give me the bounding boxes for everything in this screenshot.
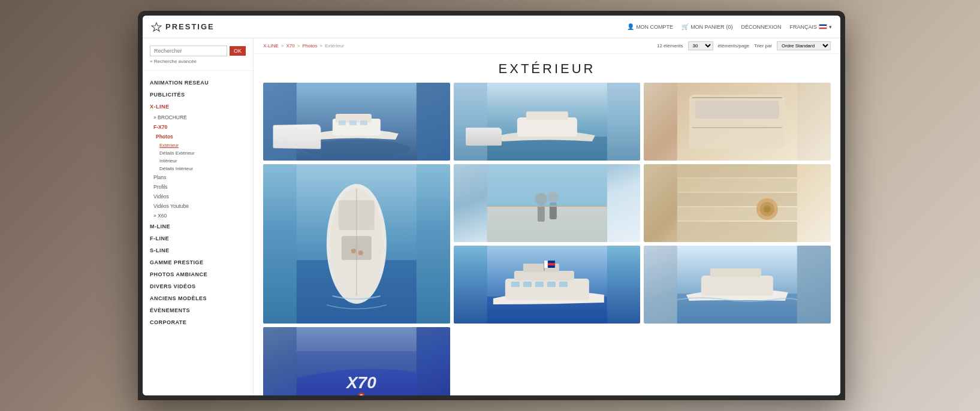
sidebar-item-label: S-LINE: [150, 247, 170, 253]
sidebar-sub-x60[interactable]: » X60: [143, 211, 253, 220]
sidebar-sub-profils[interactable]: Profils: [143, 182, 253, 192]
sidebar-item-xline[interactable]: X-LINE: [143, 101, 253, 113]
breadcrumb-sep3: >: [319, 43, 322, 49]
nav-deconnexion[interactable]: DÉCONNEXION: [741, 24, 781, 30]
per-page-select[interactable]: 30 50 100: [688, 41, 713, 50]
sidebar-item-fline[interactable]: F-LINE: [143, 232, 253, 244]
sidebar-sub-brochure[interactable]: » BROCHURE: [143, 113, 253, 122]
sidebar-sub-label: Vidéos: [153, 194, 169, 200]
sidebar-sub-label: Vidéos Youtube: [153, 203, 189, 209]
sidebar-item-anciens-modeles[interactable]: ANCIENS MODÈLES: [143, 292, 253, 304]
nav-account[interactable]: 👤 MON COMPTE: [627, 23, 673, 30]
svg-rect-36: [677, 179, 797, 192]
sidebar-sub-interieur[interactable]: Intérieur: [143, 157, 253, 165]
sidebar-item-photos-ambiance[interactable]: PHOTOS AMBIANCE: [143, 268, 253, 280]
svg-rect-56: [544, 261, 547, 268]
sidebar-item-label: PUBLICITÉS: [150, 92, 185, 98]
pagination-bar: 12 éléments 30 50 100 éléments/page Trie…: [657, 41, 831, 50]
top-nav: 👤 MON COMPTE 🛒 MON PANIER (0) DÉCONNEXIO…: [627, 23, 832, 30]
element-count: 12 éléments: [657, 43, 683, 49]
prestige-logo-icon: [151, 22, 162, 32]
svg-rect-49: [523, 282, 531, 287]
sidebar-item-evenements[interactable]: ÉVÈNEMENTS: [143, 304, 253, 316]
breadcrumb-x70[interactable]: X70: [286, 43, 294, 49]
panier-label: MON PANIER: [690, 24, 724, 30]
sidebar-sub-label: Détails Extérieur: [159, 150, 195, 156]
sidebar-sub-videos-youtube[interactable]: Vidéos Youtube: [143, 201, 253, 211]
photo-cell-3[interactable]: [644, 83, 831, 161]
sidebar-sub-exterieur[interactable]: Extérieur: [143, 141, 253, 149]
top-bar: PRESTIGE 👤 MON COMPTE 🛒 MON PANIER (0) D…: [143, 16, 840, 38]
flag-icon: [819, 24, 827, 29]
svg-rect-60: [710, 268, 761, 277]
photo-cell-2[interactable]: [454, 83, 641, 161]
search-area: OK » Recherche avancée: [143, 46, 253, 71]
sidebar-item-publicites[interactable]: PUBLICITÉS: [143, 89, 253, 101]
logo-area: PRESTIGE: [151, 22, 215, 32]
sidebar-item-animation-reseau[interactable]: ANIMATION RESEAU: [143, 77, 253, 89]
svg-point-42: [764, 206, 771, 213]
breadcrumb: X-LINE > X70 > Photos > Extérieur: [263, 43, 344, 49]
page-title: EXTÉRIEUR: [254, 61, 840, 77]
per-page-label: éléments/page: [718, 43, 749, 49]
sidebar-sub-label: Intérieur: [159, 158, 177, 164]
breadcrumb-sep2: >: [297, 43, 300, 49]
sidebar-sub-label: Profils: [153, 184, 168, 190]
sidebar-sub-plans[interactable]: Plans: [143, 173, 253, 182]
breadcrumb-current: Extérieur: [325, 43, 344, 49]
breadcrumb-bar: X-LINE > X70 > Photos > Extérieur 12 élé…: [254, 38, 840, 54]
sidebar-sub-label: Extérieur: [159, 143, 179, 148]
svg-rect-39: [677, 222, 797, 242]
photo-cell-4-large[interactable]: [263, 164, 450, 324]
logo-text: PRESTIGE: [165, 22, 215, 31]
sidebar-sub-fx70[interactable]: F-X70: [143, 122, 253, 132]
photo-cell-9[interactable]: X70: [263, 327, 450, 395]
photo-cell-8[interactable]: [644, 246, 831, 324]
deconnexion-label: DÉCONNEXION: [741, 24, 781, 30]
svg-rect-35: [677, 164, 797, 177]
svg-rect-48: [511, 282, 519, 287]
photo-cell-1[interactable]: [263, 83, 450, 161]
photo-cell-5[interactable]: [454, 164, 641, 242]
sidebar-item-label: CORPORATE: [150, 319, 186, 325]
sidebar-item-corporate[interactable]: CORPORATE: [143, 316, 253, 328]
sidebar-item-label: GAMME PRESTIGE: [150, 259, 204, 265]
search-advanced-link[interactable]: » Recherche avancée: [150, 59, 246, 64]
account-icon: 👤: [627, 23, 634, 30]
svg-rect-38: [677, 207, 797, 220]
svg-rect-14: [695, 101, 779, 119]
nav-panier[interactable]: 🛒 MON PANIER (0): [682, 23, 732, 30]
search-input[interactable]: [150, 46, 227, 56]
sidebar-sub-photos[interactable]: Photos: [143, 132, 253, 141]
sidebar-sub-details-int[interactable]: Détails Intérieur: [143, 165, 253, 173]
svg-rect-27: [487, 206, 607, 242]
svg-rect-46: [514, 271, 574, 280]
breadcrumb-xline[interactable]: X-LINE: [263, 43, 279, 49]
panier-count: (0): [726, 24, 732, 30]
nav-langue[interactable]: FRANÇAIS ▾: [789, 24, 832, 30]
svg-rect-7: [360, 120, 367, 125]
search-row: OK: [150, 46, 246, 56]
photo-cell-7[interactable]: [454, 246, 641, 324]
photo-cell-6[interactable]: [644, 164, 831, 242]
sidebar-sub-videos[interactable]: Vidéos: [143, 192, 253, 201]
breadcrumb-photos[interactable]: Photos: [302, 43, 317, 49]
screen: PRESTIGE 👤 MON COMPTE 🛒 MON PANIER (0) D…: [143, 16, 840, 395]
sidebar-item-gamme-prestige[interactable]: GAMME PRESTIGE: [143, 256, 253, 268]
sort-select[interactable]: Ordre Standard: [777, 41, 831, 50]
sidebar-item-label: ANCIENS MODÈLES: [150, 295, 207, 301]
sidebar-item-divers-videos[interactable]: DIVERS VIDÉOS: [143, 280, 253, 292]
sidebar-item-label: F-LINE: [150, 235, 169, 241]
laptop-frame: PRESTIGE 👤 MON COMPTE 🛒 MON PANIER (0) D…: [138, 11, 845, 400]
page-title-section: EXTÉRIEUR: [254, 54, 840, 83]
sidebar-item-mline[interactable]: M-LINE: [143, 220, 253, 232]
account-label: MON COMPTE: [636, 24, 673, 30]
sort-by-label: Trier par: [754, 43, 772, 49]
sidebar-item-label: ANIMATION RESEAU: [150, 80, 209, 86]
search-button[interactable]: OK: [230, 46, 246, 56]
svg-point-24: [351, 249, 356, 253]
sidebar-sub-details-ext[interactable]: Détails Extérieur: [143, 149, 253, 157]
sidebar-sub-label: Détails Intérieur: [159, 166, 193, 171]
svg-rect-33: [487, 164, 607, 206]
sidebar-item-sline[interactable]: S-LINE: [143, 244, 253, 256]
